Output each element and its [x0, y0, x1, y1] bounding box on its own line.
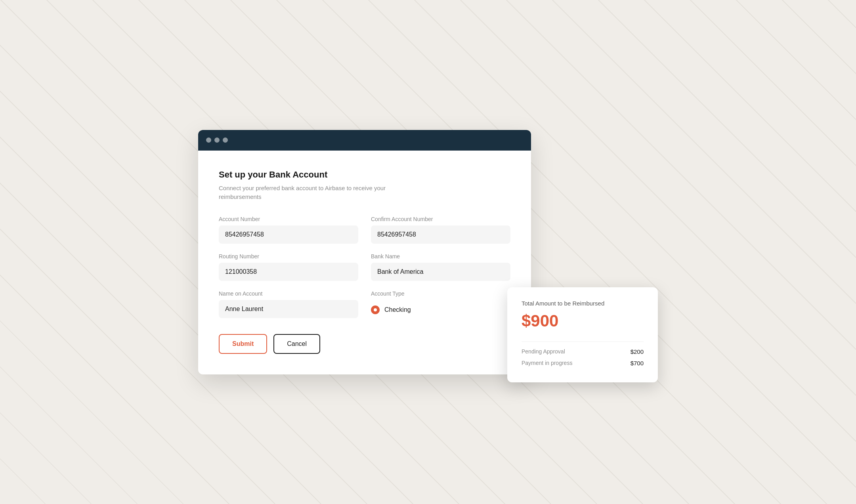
- bank-name-label: Bank Name: [371, 253, 510, 260]
- info-card-divider: [522, 342, 644, 342]
- main-window: Set up your Bank Account Connect your pr…: [198, 130, 531, 374]
- routing-number-label: Routing Number: [219, 253, 358, 260]
- scene: Set up your Bank Account Connect your pr…: [198, 130, 658, 374]
- bank-name-input[interactable]: [371, 263, 510, 281]
- routing-number-group: Routing Number: [219, 253, 358, 281]
- button-row: Submit Cancel: [219, 334, 510, 354]
- traffic-light-minimize[interactable]: [214, 137, 220, 143]
- info-card-amount: $900: [522, 311, 644, 330]
- checking-radio-label: Checking: [384, 306, 411, 313]
- checking-radio-button[interactable]: [371, 305, 380, 314]
- account-type-label: Account Type: [371, 290, 510, 297]
- account-number-group: Account Number: [219, 216, 358, 244]
- page-subtitle: Connect your preferred bank account to A…: [219, 184, 425, 202]
- payment-in-progress-value: $700: [631, 360, 644, 367]
- name-on-account-group: Name on Account: [219, 290, 358, 320]
- submit-button[interactable]: Submit: [219, 334, 267, 354]
- reimbursement-info-card: Total Amount to be Reimbursed $900 Pendi…: [507, 287, 658, 382]
- account-number-input[interactable]: [219, 225, 358, 244]
- info-card-title: Total Amount to be Reimbursed: [522, 300, 644, 307]
- confirm-account-number-label: Confirm Account Number: [371, 216, 510, 222]
- confirm-account-number-group: Confirm Account Number: [371, 216, 510, 244]
- cancel-button[interactable]: Cancel: [273, 334, 320, 354]
- name-on-account-label: Name on Account: [219, 290, 358, 297]
- bank-account-form: Account Number Confirm Account Number Ro…: [219, 216, 510, 320]
- traffic-light-maximize[interactable]: [223, 137, 228, 143]
- pending-approval-label: Pending Approval: [522, 348, 565, 355]
- account-type-group: Account Type Checking: [371, 290, 510, 320]
- confirm-account-number-input[interactable]: [371, 225, 510, 244]
- pending-approval-row: Pending Approval $200: [522, 348, 644, 355]
- window-content: Set up your Bank Account Connect your pr…: [198, 151, 531, 374]
- pending-approval-value: $200: [631, 348, 644, 355]
- name-on-account-input[interactable]: [219, 300, 358, 318]
- traffic-light-close[interactable]: [206, 137, 211, 143]
- account-number-label: Account Number: [219, 216, 358, 222]
- window-titlebar: [198, 130, 531, 151]
- checking-radio-option[interactable]: Checking: [371, 300, 510, 320]
- bank-name-group: Bank Name: [371, 253, 510, 281]
- page-title: Set up your Bank Account: [219, 170, 510, 180]
- payment-in-progress-label: Payment in progress: [522, 360, 572, 366]
- routing-number-input[interactable]: [219, 263, 358, 281]
- payment-in-progress-row: Payment in progress $700: [522, 360, 644, 367]
